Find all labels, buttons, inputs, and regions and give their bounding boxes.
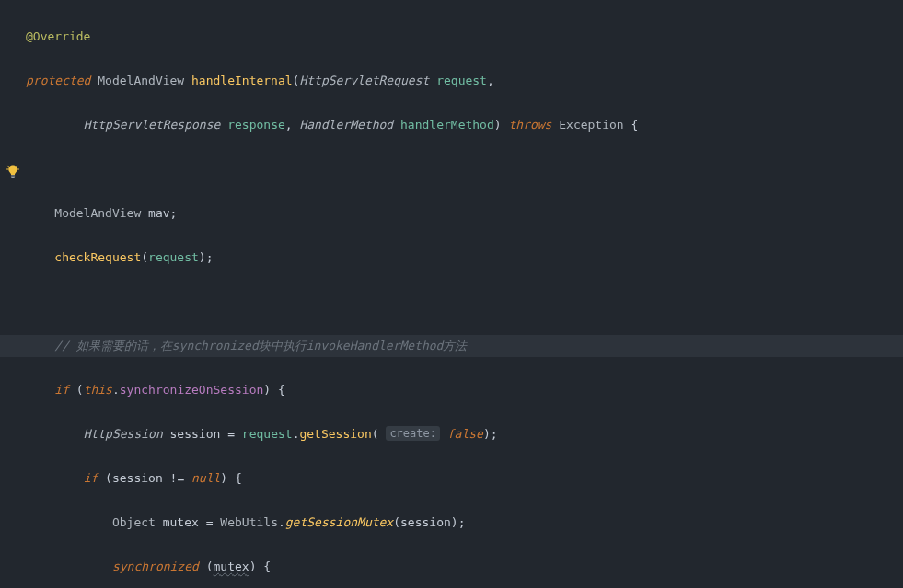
param: request (436, 74, 487, 87)
code-line[interactable]: synchronized (mutex) { (26, 556, 903, 578)
svg-rect-0 (11, 176, 15, 177)
param: request (242, 427, 293, 441)
method-call: getSession (299, 427, 371, 441)
keyword: throws (508, 118, 551, 132)
code-line[interactable]: ModelAndView mav; (26, 202, 903, 225)
comment: // 如果需要的话，在synchronized块中执行invokeHandler… (54, 339, 467, 352)
type: HttpServletResponse (84, 118, 221, 132)
punct: != (170, 471, 191, 485)
method-name: handleInternal (191, 74, 293, 87)
field: synchronizeOnSession (120, 383, 264, 397)
local-var: session (112, 471, 163, 485)
punct: ; (170, 206, 178, 220)
punct: , (487, 74, 494, 87)
punct: ); (451, 515, 466, 529)
code-area[interactable]: @Override protected ModelAndView handleI… (26, 4, 903, 588)
type: ModelAndView (98, 74, 184, 87)
type: HandlerMethod (299, 118, 393, 132)
punct: ( (206, 559, 214, 573)
code-editor[interactable]: @Override protected ModelAndView handleI… (0, 0, 903, 588)
type: WebUtils (220, 515, 278, 529)
editor-gutter (0, 0, 26, 588)
keyword: synchronized (112, 559, 199, 573)
keyword: protected (26, 74, 90, 87)
code-line[interactable] (26, 291, 903, 313)
method-call: checkRequest (54, 250, 141, 264)
local-var: mutex (163, 515, 199, 529)
svg-rect-1 (11, 177, 15, 178)
annotation: @Override (26, 29, 90, 43)
punct: { (631, 118, 639, 132)
static-method: getSessionMutex (285, 515, 393, 529)
code-line[interactable]: if (session != null) { (26, 467, 903, 490)
code-line[interactable]: HttpSession session = request.getSession… (26, 423, 903, 445)
punct: = (206, 515, 221, 529)
param: response (227, 118, 285, 132)
local-var: mutex (214, 559, 249, 573)
param: request (148, 250, 199, 264)
code-line[interactable]: protected ModelAndView handleInternal(Ht… (26, 70, 903, 92)
punct: ) { (249, 559, 271, 573)
param: handlerMethod (400, 118, 494, 132)
punct: ( (372, 427, 387, 441)
lightbulb-icon[interactable] (6, 164, 20, 179)
code-line[interactable]: if (this.synchronizeOnSession) { (26, 379, 903, 401)
code-line[interactable]: Object mutex = WebUtils.getSessionMutex(… (26, 512, 903, 534)
punct: ( (105, 471, 112, 485)
keyword: if (84, 471, 98, 485)
keyword: false (447, 427, 483, 441)
punct: ) (494, 118, 509, 132)
punct: = (227, 427, 242, 441)
type: Exception (559, 118, 623, 132)
punct: ); (199, 250, 214, 264)
code-line[interactable] (26, 158, 903, 180)
code-line[interactable]: HttpServletResponse response, HandlerMet… (26, 114, 903, 136)
punct: . (278, 515, 285, 529)
param-hint: create: (386, 426, 440, 441)
type: HttpServletRequest (299, 74, 429, 87)
punct: . (112, 383, 120, 397)
punct: , (285, 118, 300, 132)
punct: ( (141, 250, 148, 264)
local-var: session (400, 515, 451, 529)
keyword: this (84, 383, 112, 397)
punct: ( (76, 383, 84, 397)
punct: ) { (220, 471, 241, 485)
local-var: mav (148, 206, 169, 220)
punct: ) { (263, 383, 284, 397)
code-line[interactable]: checkRequest(request); (26, 247, 903, 269)
code-line-current[interactable]: // 如果需要的话，在synchronized块中执行invokeHandler… (0, 335, 903, 357)
punct: ); (483, 427, 498, 441)
code-line[interactable]: @Override (26, 26, 903, 48)
punct: ( (393, 515, 400, 529)
keyword: null (191, 471, 220, 485)
local-var: session (170, 427, 221, 441)
type: Object (112, 515, 156, 529)
type: ModelAndView (54, 206, 141, 220)
keyword: if (54, 383, 69, 397)
type: HttpSession (84, 427, 163, 441)
